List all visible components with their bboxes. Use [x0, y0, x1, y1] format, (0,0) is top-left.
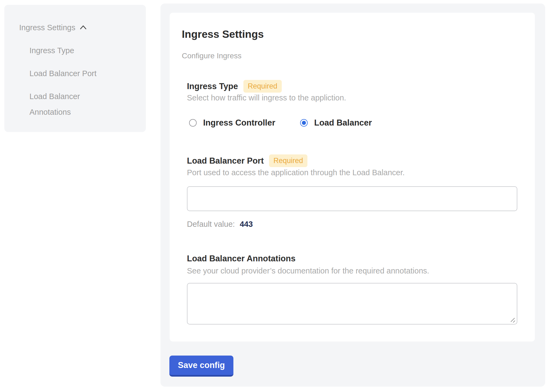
load-balancer-annotations-heading: Load Balancer Annotations [187, 253, 296, 265]
load-balancer-port-input[interactable] [187, 186, 517, 211]
load-balancer-annotations-textarea[interactable] [187, 283, 517, 325]
required-badge: Required [243, 80, 282, 93]
load-balancer-annotations-description: See your cloud provider’s documentation … [187, 266, 429, 276]
radio-option-load-balancer[interactable]: Load Balancer [300, 118, 372, 128]
default-value-line: Default value: 443 [187, 219, 253, 229]
radio-option-label: Ingress Controller [203, 118, 275, 128]
chevron-up-icon [79, 23, 87, 32]
required-badge: Required [269, 154, 307, 167]
save-config-button[interactable]: Save config [169, 356, 233, 377]
radio-checked-icon [300, 119, 308, 127]
radio-option-label: Load Balancer [314, 118, 372, 128]
load-balancer-port-description: Port used to access the application thro… [187, 167, 405, 178]
radio-option-ingress-controller[interactable]: Ingress Controller [189, 118, 275, 128]
ingress-type-heading-label: Ingress Type [187, 80, 238, 92]
ingress-type-options: Ingress Controller Load Balancer [189, 118, 372, 128]
page-subtitle: Configure Ingress [182, 50, 242, 61]
sidebar-item-ingress-type[interactable]: Ingress Type [29, 43, 102, 58]
sidebar-item-load-balancer-port[interactable]: Load Balancer Port [29, 66, 102, 81]
default-value-label: Default value: [187, 220, 235, 228]
page-title: Ingress Settings [182, 28, 264, 41]
sidebar-item-list: Ingress Type Load Balancer Port Load Bal… [29, 43, 102, 127]
page: Ingress Settings Ingress Type Load Balan… [0, 0, 550, 392]
default-value: 443 [240, 220, 253, 228]
load-balancer-annotations-heading-label: Load Balancer Annotations [187, 253, 296, 265]
load-balancer-port-heading: Load Balancer Port Required [187, 154, 307, 167]
sidebar-group-label: Ingress Settings [19, 22, 75, 33]
settings-panel: Ingress Settings Configure Ingress Ingre… [160, 4, 545, 387]
ingress-type-description: Select how traffic will ingress to the a… [187, 93, 346, 103]
sidebar-group-ingress-settings[interactable]: Ingress Settings [19, 22, 87, 33]
sidebar-nav: Ingress Settings Ingress Type Load Balan… [4, 5, 146, 132]
radio-unchecked-icon [189, 119, 197, 127]
annotations-textarea-wrap [187, 283, 517, 325]
load-balancer-port-heading-label: Load Balancer Port [187, 155, 264, 167]
ingress-settings-card: Ingress Settings Configure Ingress Ingre… [170, 13, 535, 342]
ingress-type-heading: Ingress Type Required [187, 80, 282, 93]
sidebar-item-load-balancer-annotations[interactable]: Load Balancer Annotations [29, 89, 102, 120]
